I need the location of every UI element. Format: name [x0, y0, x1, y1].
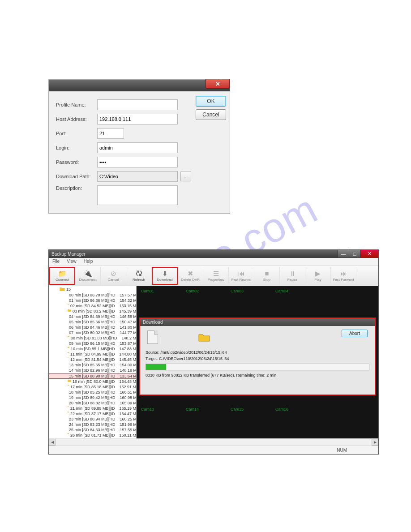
cam-label: Cam15: [231, 407, 244, 412]
tree-item[interactable]: 04 min [SD 84.69 MB][HD146.58 M: [49, 314, 136, 319]
tree-item[interactable]: 13 min [SD 85.65 MB][HD154.00 M: [49, 362, 136, 368]
tree-item[interactable]: 08 min [SD 81.88 MB][HD148.2 M: [49, 335, 136, 341]
tree-item-size: 157.57 M: [120, 293, 137, 297]
toolbar-download[interactable]: ⬇Download: [152, 267, 178, 285]
cancel-button[interactable]: Cancel: [196, 109, 226, 120]
tree-item-name: 14 min [SD 82.96 MB][HD: [69, 368, 116, 373]
login-field[interactable]: [97, 142, 178, 153]
file-tree[interactable]: 15 00 min [SD 86.70 MB][HD157.57 M01 min…: [49, 286, 137, 438]
toolbar-label: Properties: [208, 278, 224, 282]
toolbar-fast-forward[interactable]: ⏭Fast Forward: [331, 267, 356, 285]
tree-item[interactable]: 07 min [SD 80.02 MB][HD144.77 M: [49, 330, 136, 335]
toolbar-fast-rewind[interactable]: ⏮Fast Rewind: [229, 267, 254, 285]
login-label: Login:: [56, 145, 97, 150]
port-field[interactable]: [97, 128, 124, 139]
tree-item[interactable]: 10 min [SD 85.1 MB][HD147.83 M: [49, 346, 136, 352]
close-button[interactable]: ✕: [360, 250, 378, 257]
description-field[interactable]: [97, 185, 178, 205]
tree-item[interactable]: 26 min [SD 81.71 MB][ID150.11 M: [49, 433, 136, 438]
fast-rewind-icon: ⏮: [238, 270, 245, 278]
close-button[interactable]: ✕: [206, 79, 230, 89]
tree-item[interactable]: 17 min [SD 85.18 MB][ID152.91 M: [49, 384, 136, 390]
toolbar-label: Refresh: [133, 278, 145, 282]
tree-item-name: 04 min [SD 84.69 MB][HD: [69, 314, 116, 319]
toolbar-pause[interactable]: ⏸Pause: [280, 267, 305, 285]
tree-item[interactable]: 19 min [SD 89.42 MB][HD160.98 M: [49, 395, 136, 400]
toolbar-disconnect[interactable]: 🔌Disconnect: [75, 267, 101, 285]
tree-item[interactable]: 20 min [SD 88.82 MB][HD165.09 M: [49, 400, 136, 406]
tree-item[interactable]: 25 min [SD 84.63 MB][HD157.55 M: [49, 427, 136, 433]
folder-icon: [68, 304, 69, 308]
toolbar-play[interactable]: ▶Play: [305, 267, 331, 285]
minimize-button[interactable]: —: [338, 250, 349, 257]
tree-item[interactable]: 21 min [SD 89.89 MB][ID165.19 M: [49, 406, 136, 411]
tree-item[interactable]: 11 min [SD 84.99 MB][ID144.88 M: [49, 352, 136, 357]
folder-icon: [198, 333, 210, 342]
tree-item[interactable]: 15 min [SD 88.90 MB][HD133.64 M: [49, 373, 136, 379]
tree-item-size: 148.18 M: [120, 368, 137, 373]
folder-icon: [68, 352, 69, 356]
tree-item[interactable]: 02 min [SD 84.52 MB][ID153.15 M: [49, 303, 136, 309]
tree-item-name: 24 min [SD 83.23 MB][HD: [69, 422, 116, 427]
toolbar-label: Connect: [56, 278, 69, 282]
tree-item[interactable]: 12 min [SD 81.54 MB][ID145.45 M: [49, 357, 136, 362]
tree-item[interactable]: 22 min [SD 87.17 MB][ID164.47 M: [49, 411, 136, 416]
tree-item-name: 23 min [SD 88.94 MB][HD: [69, 417, 116, 421]
tree-item-size: 164.47 M: [119, 412, 136, 416]
tree-item[interactable]: 23 min [SD 88.94 MB][HD160.25 M: [49, 416, 136, 422]
scroll-right-icon[interactable]: ▶: [372, 439, 378, 446]
ok-button[interactable]: OK: [196, 96, 226, 107]
toolbar-cancel[interactable]: ⊘Cancel: [101, 267, 126, 285]
folder-icon: [68, 347, 69, 351]
port-label: Port:: [56, 131, 97, 136]
profile-name-field[interactable]: [97, 99, 178, 110]
download-path-field[interactable]: [97, 171, 178, 182]
toolbar-connect[interactable]: 📁Connect: [49, 267, 75, 285]
menu-file[interactable]: File: [49, 258, 63, 266]
tree-item-size: 144.77 M: [120, 330, 137, 335]
toolbar-stop[interactable]: ■Stop: [254, 267, 280, 285]
menu-help[interactable]: Help: [80, 258, 97, 266]
tree-item[interactable]: 00 min [SD 86.70 MB][HD157.57 M: [49, 292, 136, 298]
tree-item-name: 08 min [SD 81.88 MB][HD: [71, 336, 117, 340]
maximize-button[interactable]: □: [349, 250, 360, 257]
tree-item-name: 11 min [SD 84.99 MB][ID: [70, 352, 115, 356]
abort-button[interactable]: Abort: [342, 330, 368, 337]
tree-item-name: 05 min [SD 85.66 MB][HD: [69, 320, 116, 324]
toolbar-properties[interactable]: ☰Properties: [203, 267, 229, 285]
toolbar-label: Delete DVR: [181, 278, 200, 282]
tree-item-size: 160.25 M: [120, 417, 137, 421]
tree-item-name: 13 min [SD 85.65 MB][HD: [69, 363, 116, 367]
tree-item[interactable]: 14 min [SD 82.96 MB][HD148.18 M: [49, 368, 136, 373]
menu-view[interactable]: View: [63, 258, 80, 266]
tree-item[interactable]: 01 min [SD 86.36 MB][HD154.32 M: [49, 298, 136, 303]
tree-item[interactable]: 18 min [SD 85.25 MB][HD160.51 M: [49, 390, 136, 395]
tree-item[interactable]: 09 min [SD 86.15 MB][HD153.87 M: [49, 341, 136, 346]
host-address-field[interactable]: [97, 114, 178, 124]
cam-label: Cam13: [141, 407, 154, 412]
tree-item-name: 18 min [SD 85.25 MB][HD: [69, 390, 116, 395]
tree-item[interactable]: 24 min [SD 83.23 MB][HD151.96 M: [49, 422, 136, 427]
cam-label: Cam02: [186, 289, 199, 293]
tree-item[interactable]: 06 min [SD 84.46 MB][HD141.80 M: [49, 325, 136, 330]
tree-item-name: 19 min [SD 89.42 MB][HD: [69, 395, 116, 400]
tree-root-label: 15: [66, 287, 71, 292]
tree-item[interactable]: 03 min [SD 83.2 MB][ID145.39 M: [49, 309, 136, 314]
tree-root[interactable]: 15: [49, 286, 136, 292]
tree-item[interactable]: 16 min [SD 80.0 MB][ID154.48 M: [49, 379, 136, 384]
cam-label: Cam03: [231, 289, 244, 293]
folder-icon: [68, 412, 69, 416]
pause-icon: ⏸: [289, 270, 296, 278]
tree-item-name: 25 min [SD 84.63 MB][HD: [69, 428, 116, 432]
toolbar-refresh[interactable]: 🗘Refresh: [126, 267, 152, 285]
stop-icon: ■: [265, 270, 269, 278]
tree-item[interactable]: 05 min [SD 85.66 MB][HD150.47 M: [49, 319, 136, 325]
menu-bar: File View Help: [49, 258, 378, 266]
tree-item-size: 141.80 M: [120, 325, 137, 330]
horizontal-scrollbar[interactable]: ◀ ▶: [49, 438, 378, 446]
tree-item-size: 147.83 M: [119, 347, 136, 351]
toolbar-delete-dvr[interactable]: ✖Delete DVR: [178, 267, 203, 285]
scroll-left-icon[interactable]: ◀: [49, 439, 56, 446]
password-field[interactable]: [97, 157, 178, 167]
browse-button[interactable]: ...: [180, 172, 191, 181]
